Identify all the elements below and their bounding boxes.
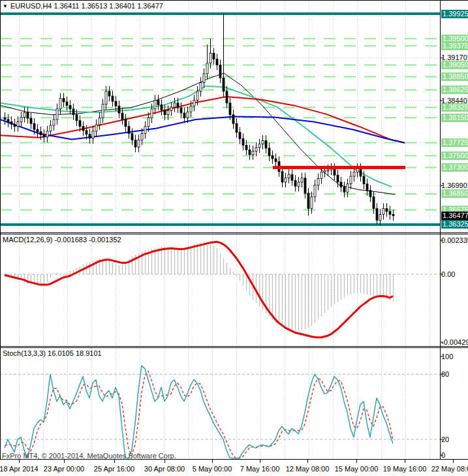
- candle-body: [389, 212, 391, 214]
- candle-body: [144, 127, 146, 134]
- candle-body: [219, 65, 221, 78]
- copyright-text: FxPro MT4, © 2001-2014, MetaQuotes Softw…: [2, 452, 176, 460]
- candle-body: [258, 144, 260, 148]
- candle-body: [281, 172, 283, 182]
- candle-body: [340, 182, 342, 187]
- candle-body: [301, 178, 303, 182]
- candle-body: [95, 125, 97, 131]
- candle-body: [121, 113, 123, 119]
- stoch-scale-label-20: 20: [441, 436, 449, 444]
- candle-body: [304, 178, 306, 193]
- candle-body: [265, 140, 267, 148]
- stoch-scale-label-0: 0: [441, 451, 445, 460]
- candle-body: [115, 101, 117, 106]
- candle-body: [134, 140, 136, 147]
- candle-body: [203, 74, 205, 82]
- candle-body: [298, 182, 300, 186]
- candle-body: [245, 145, 247, 150]
- symbol-dropdown-icon[interactable]: ▼: [3, 3, 8, 9]
- candle-body: [249, 150, 251, 155]
- candle-body: [334, 168, 335, 175]
- candle-body: [27, 112, 29, 118]
- candle-body: [356, 168, 358, 172]
- candle-body: [167, 110, 169, 114]
- candle-body: [108, 91, 110, 96]
- candle-body: [373, 197, 375, 208]
- candle-body: [157, 100, 159, 104]
- price-label-1.38150: 1.38150: [441, 114, 468, 122]
- candle-body: [86, 131, 87, 134]
- candle-body: [92, 131, 94, 138]
- candle-body: [69, 105, 71, 108]
- candle-body: [291, 174, 293, 180]
- candle-body: [347, 184, 349, 193]
- candle-body: [59, 99, 61, 109]
- date-label: 7 May 16:00: [232, 465, 287, 473]
- candle-body: [187, 112, 189, 118]
- date-label: 30 Apr 08:00: [137, 465, 192, 473]
- stoch-indicator-label: Stoch(13,3,3) 16.0105 18.9101: [3, 349, 102, 357]
- candle-body: [320, 172, 322, 179]
- candle-body: [223, 78, 225, 91]
- price-label-1.38850: 1.38850: [441, 72, 468, 81]
- candle-body: [177, 103, 179, 108]
- candle-body: [174, 103, 176, 107]
- candle-body: [262, 140, 264, 144]
- candle-body: [53, 119, 55, 125]
- candle-body: [56, 109, 58, 119]
- candle-body: [200, 82, 202, 91]
- price-label-1.38325: 1.38325: [441, 103, 468, 112]
- symbol-ohlc-title: EURUSD,H4 1.36411 1.36513 1.36401 1.3647…: [10, 2, 163, 10]
- candle-body: [154, 100, 156, 108]
- price-label-1.38625: 1.38625: [441, 86, 468, 94]
- candle-body: [99, 118, 101, 125]
- candle-body: [89, 134, 91, 138]
- candle-body: [386, 208, 388, 211]
- date-label: 15 May 00:00: [329, 465, 384, 473]
- candle-body: [43, 135, 45, 137]
- candle-body: [268, 148, 270, 156]
- candle-body: [193, 100, 195, 106]
- candle-body: [79, 121, 81, 127]
- candle-body: [343, 187, 345, 192]
- candle-body: [369, 191, 371, 197]
- candle-body: [324, 171, 326, 172]
- candle-body: [151, 109, 153, 118]
- candle-body: [148, 118, 149, 126]
- price-label-1.36477: 1.36477: [441, 212, 468, 220]
- candle-body: [285, 178, 287, 182]
- candle-body: [392, 214, 394, 215]
- price-label-1.36850: 1.36850: [441, 189, 468, 198]
- candle-body: [294, 180, 296, 186]
- candle-body: [327, 170, 329, 171]
- stoch-scale-label-100: 100: [441, 353, 453, 361]
- candle-body: [311, 197, 313, 208]
- candle-body: [363, 176, 365, 184]
- candle-body: [239, 133, 241, 139]
- candle-body: [232, 115, 234, 123]
- macd-scale-label-0.00: 0.00: [441, 270, 455, 279]
- date-label: 23 Apr 00:00: [37, 465, 91, 473]
- candle-body: [350, 176, 352, 184]
- price-label-1.39050: 1.39050: [441, 61, 468, 69]
- candle-body: [190, 106, 192, 112]
- price-label-1.37500: 1.37500: [441, 151, 468, 160]
- candle-body: [23, 112, 25, 117]
- date-label: 5 May 00:00: [185, 465, 240, 473]
- candle-body: [180, 108, 182, 113]
- candle-body: [382, 208, 384, 214]
- price-label-1.37300: 1.37300: [441, 163, 468, 172]
- candle-body: [379, 214, 381, 220]
- candle-body: [105, 91, 107, 104]
- candle-body: [226, 91, 228, 103]
- macd-scale-label--0.004297: -0.004297: [441, 338, 468, 347]
- price-label-1.39375: 1.39375: [441, 42, 468, 50]
- date-label: 19 May 16:00: [377, 465, 432, 473]
- candle-body: [255, 148, 257, 151]
- candle-body: [314, 185, 316, 197]
- candle-body: [63, 99, 65, 102]
- candle-body: [131, 133, 133, 140]
- candle-body: [128, 127, 130, 134]
- candle-body: [164, 110, 166, 115]
- candle-body: [196, 91, 198, 100]
